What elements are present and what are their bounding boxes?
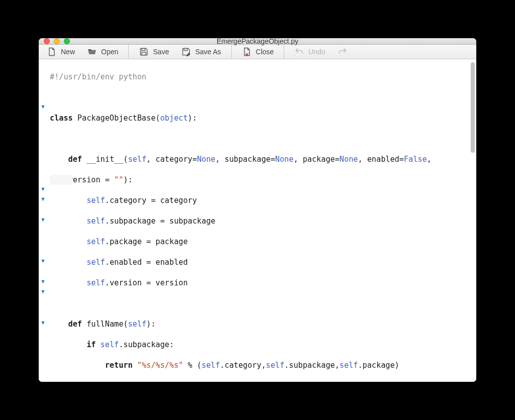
save-button[interactable]: Save [134,45,174,59]
save-as-button[interactable]: Save As [176,45,226,59]
new-file-icon [47,47,57,57]
code-editor[interactable]: #!/usr/bin/env python class PackageObjec… [50,59,469,382]
undo-label: Undo [308,48,325,56]
toolbar-separator [231,45,232,59]
undo-button[interactable]: Undo [289,45,330,59]
window-title: EmergePackageObject.py [39,38,476,45]
scrollbar-thumb[interactable] [471,62,475,153]
code-text: #!/usr/bin/env python [50,72,146,81]
open-button[interactable]: Open [82,45,123,59]
fold-gutter[interactable]: ▼ ▼ ▼ ▼ ▼ ▼ ▼ ▼ [39,59,50,382]
fold-marker-icon[interactable]: ▼ [40,258,46,264]
close-file-icon [242,47,252,57]
svg-rect-0 [142,48,145,50]
editor-area[interactable]: ▼ ▼ ▼ ▼ ▼ ▼ ▼ ▼ #!/usr/bin/env python cl… [39,59,476,382]
close-button[interactable]: Close [237,45,279,59]
folder-open-icon [87,47,97,57]
vertical-scrollbar[interactable] [469,59,476,382]
redo-icon [337,47,348,57]
save-as-icon [181,47,191,57]
editor-window: EmergePackageObject.py New Open Save [39,38,476,382]
new-label: New [61,48,75,56]
fold-marker-icon[interactable]: ▼ [40,217,46,223]
open-label: Open [101,48,118,56]
save-label: Save [153,48,169,56]
fold-marker-icon[interactable]: ▼ [40,320,46,326]
undo-icon [294,47,304,57]
fold-marker-icon[interactable]: ▼ [40,104,46,110]
redo-button[interactable] [332,45,353,59]
fold-marker-icon[interactable]: ▼ [40,196,46,202]
save-as-label: Save As [195,48,221,56]
close-label: Close [256,48,274,56]
wrap-indicator [50,175,72,185]
save-icon [139,47,149,57]
new-button[interactable]: New [42,45,80,59]
toolbar-separator [284,45,284,59]
svg-rect-1 [142,52,146,55]
toolbar: New Open Save Save As Close [39,45,476,59]
titlebar: EmergePackageObject.py [39,38,476,45]
fold-marker-icon[interactable]: ▼ [40,279,46,284]
svg-rect-2 [184,48,188,50]
toolbar-separator [128,45,129,59]
fold-marker-icon[interactable]: ▼ [40,186,46,192]
fold-marker-icon[interactable]: ▼ [40,289,46,294]
